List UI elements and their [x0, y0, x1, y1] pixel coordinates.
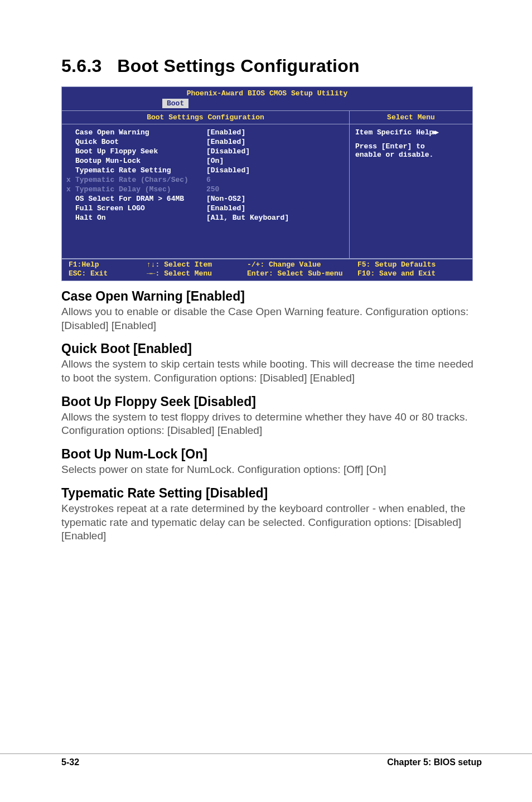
bios-settings-list: Case Open Warning[Enabled] Quick Boot[En… — [62, 124, 349, 258]
bios-tab-boot[interactable]: Boot — [162, 99, 188, 108]
help-arrows-icon: ▸▸ — [433, 128, 437, 136]
bios-tab-bar: Boot — [62, 99, 472, 110]
body-paragraph: Selects power on state for NumLock. Conf… — [61, 463, 482, 477]
bios-row-value: [Disabled] — [206, 166, 344, 175]
bios-row-value: [On] — [206, 156, 344, 166]
bios-key-hint: F1:Help — [69, 260, 147, 269]
bios-help-line: Item Specific Help — [355, 128, 433, 137]
bios-row[interactable]: Boot Up Floppy Seek[Disabled] — [75, 147, 344, 156]
subsection-heading: Boot Up Num-Lock [On] — [61, 447, 482, 462]
bios-row[interactable]: OS Select For DRAM > 64MB[Non-OS2] — [75, 194, 344, 204]
bios-key-hint: F5: Setup Defaults — [357, 260, 469, 269]
section-heading: 5.6.3 Boot Settings Configuration — [61, 56, 482, 76]
bios-row-value: [Disabled] — [206, 147, 344, 156]
bios-row-value: [Enabled] — [206, 137, 344, 147]
bios-row-label: Case Open Warning — [75, 128, 206, 137]
bios-row-value: [Non-OS2] — [206, 194, 344, 204]
bios-key-hint: Enter: Select Sub-menu — [247, 269, 357, 278]
bios-row[interactable]: Case Open Warning[Enabled] — [75, 128, 344, 137]
bios-key-hint: ESC: Exit — [69, 269, 147, 278]
bios-footer: F1:Help ESC: Exit ↑↓: Select Item →←: Se… — [62, 259, 472, 281]
body-paragraph: Allows the system to skip certain tests … — [61, 357, 482, 385]
bios-row-label: Boot Up Floppy Seek — [75, 147, 206, 156]
body-paragraph: Allows the system to test floppy drives … — [61, 410, 482, 438]
bios-row-disabled: Typematic Delay (Msec)250 — [75, 185, 344, 194]
bios-row-label: Typematic Rate Setting — [75, 166, 206, 175]
chapter-label: Chapter 5: BIOS setup — [387, 757, 482, 767]
bios-left-header: Boot Settings Configuration — [62, 111, 349, 124]
page-footer: 5-32 Chapter 5: BIOS setup — [0, 753, 532, 767]
page-number: 5-32 — [61, 757, 79, 767]
bios-key-hint: F10: Save and Exit — [357, 269, 469, 278]
bios-right-header: Select Menu — [350, 111, 472, 124]
bios-row-value: [Enabled] — [206, 128, 344, 137]
body-paragraph: Allows you to enable or disable the Case… — [61, 305, 482, 332]
bios-row[interactable]: Full Screen LOGO[Enabled] — [75, 204, 344, 213]
bios-row-label: Bootup Mun-Lock — [75, 156, 206, 166]
bios-row-value: 250 — [206, 185, 344, 194]
bios-row-label: Halt On — [75, 213, 206, 223]
bios-row[interactable]: Typematic Rate Setting[Disabled] — [75, 166, 344, 175]
bios-row[interactable]: Quick Boot[Enabled] — [75, 137, 344, 147]
bios-row-label: Quick Boot — [75, 137, 206, 147]
bios-screenshot: Phoenix-Award BIOS CMOS Setup Utility Bo… — [61, 86, 473, 281]
bios-row-value: [All, But Keyboard] — [206, 213, 344, 223]
bios-row-value: 6 — [206, 175, 344, 185]
subsection-heading: Quick Boot [Enabled] — [61, 341, 482, 356]
bios-help-panel: Item Specific Help▸▸ Press [Enter] to en… — [350, 124, 472, 165]
section-title: Boot Settings Configuration — [117, 56, 360, 76]
bios-help-line: enable or disable. — [355, 151, 467, 159]
bios-title: Phoenix-Award BIOS CMOS Setup Utility — [62, 87, 472, 99]
bios-row-disabled: Typematic Rate (Chars/Sec)6 — [75, 175, 344, 185]
bios-row-label: Typematic Delay (Msec) — [75, 185, 206, 194]
bios-row-label: Typematic Rate (Chars/Sec) — [75, 175, 206, 185]
bios-key-hint: -/+: Change Value — [247, 260, 357, 269]
subsection-heading: Boot Up Floppy Seek [Disabled] — [61, 394, 482, 409]
bios-row-value: [Enabled] — [206, 204, 344, 213]
bios-row[interactable]: Halt On[All, But Keyboard] — [75, 213, 344, 223]
bios-row-label: Full Screen LOGO — [75, 204, 206, 213]
bios-row-label: OS Select For DRAM > 64MB — [75, 194, 206, 204]
section-number: 5.6.3 — [61, 56, 102, 76]
bios-key-hint: →←: Select Menu — [147, 269, 247, 278]
bios-key-hint: ↑↓: Select Item — [147, 260, 247, 269]
subsection-heading: Case Open Warning [Enabled] — [61, 289, 482, 304]
body-paragraph: Keystrokes repeat at a rate determined b… — [61, 502, 482, 543]
bios-row[interactable]: Bootup Mun-Lock[On] — [75, 156, 344, 166]
bios-help-line: Press [Enter] to — [355, 142, 467, 151]
subsection-heading: Typematic Rate Setting [Disabled] — [61, 486, 482, 501]
